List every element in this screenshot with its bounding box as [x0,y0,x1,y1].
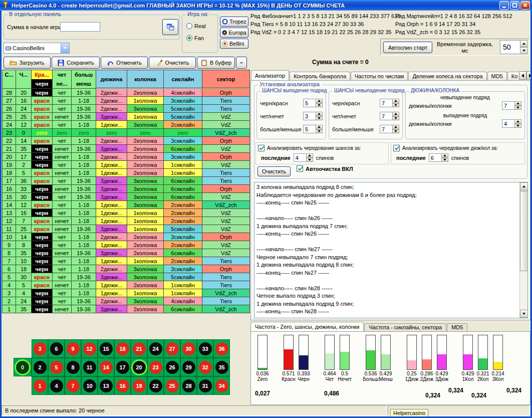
chance-1-spin-2-up-icon[interactable] [392,125,399,129]
results-row-6[interactable]: 618чернчет1-182дюжи...3колонка3сиклайнOr… [3,265,250,273]
delay-down-icon[interactable] [520,47,527,54]
dozen-spin-0-down-icon[interactable] [514,106,521,110]
alt-1-spin-up-icon[interactable] [441,153,448,158]
board-cell-0[interactable]: 0 [14,358,32,376]
results-row-12[interactable]: 127красннечет1-181дюжи...1колонка2сиклай… [3,217,250,225]
board-cell-30[interactable]: 30 [180,339,197,358]
results-row-14[interactable]: 1412краснчет1-181дюжи...3колонка2сиклайн… [3,201,250,209]
tropez-button[interactable]: Tropez [220,17,248,27]
clear-button[interactable]: Очистить [149,57,196,69]
board-cell-11[interactable]: 11 [81,358,98,376]
board-cell-10[interactable]: 10 [81,376,98,395]
board-cell-3[interactable]: 3 [32,339,48,358]
board-cell-33[interactable]: 33 [197,339,213,358]
chance-0-spin-2-down-icon[interactable] [316,129,323,134]
analyzer-log[interactable]: 3 колонка невыпадала подряд 8 спин; Набл… [254,182,528,318]
board-cell-31[interactable]: 31 [197,376,213,395]
results-row-4[interactable]: 45красннечет1-181дюжи...2колонка1сиклайн… [3,281,250,289]
results-row-18[interactable]: 185красннечет1-181дюжи...2колонка1сиклай… [3,169,250,177]
alt-1-spin-down-icon[interactable] [441,158,448,162]
board-cell-32[interactable]: 32 [197,358,213,376]
board-cell-19[interactable]: 19 [131,376,147,395]
main-tab-3[interactable]: Деление колеса на сектора [408,72,486,80]
results-row-22[interactable]: 2214краснчет1-182дюжи...2колонка3сиклайн… [3,137,250,145]
chance-0-spin-0-up-icon[interactable] [316,99,323,103]
radio-fan[interactable]: Fan [186,35,204,41]
autospin-start-button[interactable]: Автоспин старт [383,42,432,53]
autoclear-checkbox[interactable] [297,165,303,172]
alt-1-spin-value[interactable] [429,153,442,162]
dozen-spin-0-up-icon[interactable] [514,101,521,106]
results-row-28[interactable]: 2820чернчет19-362дюжи...2колонка4сиклайн… [3,89,250,97]
board-cell-9[interactable]: 9 [65,339,81,358]
europa-button[interactable]: Europa [220,28,248,38]
maximize-button[interactable] [510,1,519,10]
results-row-24[interactable]: 2412краснчет1-181дюжи...3колонка2сиклайн… [3,121,250,129]
main-tab-2[interactable]: Частоты по числам [351,72,408,80]
chance-1-spin-1-down-icon[interactable] [392,116,399,121]
separate-panel-button[interactable] [162,19,178,35]
board-cell-26[interactable]: 26 [164,358,180,376]
chance-1-spin-0-value[interactable] [380,99,393,107]
tab-scroll-right-button[interactable] [526,71,530,80]
chance-0-spin-2-value[interactable] [303,125,316,133]
chance-0-spin-1-value[interactable] [303,112,316,120]
delay-up-icon[interactable] [520,40,527,47]
board-cell-23[interactable]: 23 [147,358,164,376]
board-cell-1[interactable]: 1 [32,376,48,395]
chance-0-spin-1-up-icon[interactable] [316,112,323,116]
results-row-3[interactable]: 34чернчет1-181дюжи...1колонка1сиклайнVdZ… [3,289,250,297]
analyzer-clear-button[interactable]: Очистить [257,166,291,176]
alt-0-spin-up-icon[interactable] [306,153,313,158]
board-cell-35[interactable]: 35 [213,358,230,376]
scrollbar-down-button[interactable] [520,310,528,318]
tab-scroll-left-button[interactable] [519,71,526,80]
board-cell-22[interactable]: 22 [147,376,164,395]
results-row-8[interactable]: 835черннечет19-363дюжи...2колонка6сиклай… [3,249,250,257]
board-cell-21[interactable]: 21 [131,339,147,358]
dozen-spin-1-down-icon[interactable] [514,124,521,128]
freq-tab-1[interactable]: Частота - сиклайны, сектора [364,323,446,331]
board-cell-20[interactable]: 20 [131,358,147,376]
board-cell-29[interactable]: 29 [180,358,197,376]
board-cell-16[interactable]: 16 [114,376,131,395]
results-row-13[interactable]: 1316чернчет1-181дюжи...1колонка2сиклайнV… [3,209,250,217]
results-row-9[interactable]: 98чернчет1-181дюжи...2колонка2сиклайнVdZ [3,241,250,249]
start-sum-input[interactable] [60,22,100,32]
dozen-spin-1-up-icon[interactable] [514,119,521,124]
alternate-chances-row[interactable]: Анализировать чередование шансов за: [256,143,388,151]
board-cell-27[interactable]: 27 [164,339,180,358]
main-tab-1[interactable]: Контроль банкролла [290,72,350,80]
save-button[interactable]: Сохранить [52,57,100,69]
chance-1-spin-2-value[interactable] [380,125,393,133]
board-cell-7[interactable]: 7 [65,376,81,395]
results-row-21[interactable]: 2135черннечет19-363дюжи...2колонка6сикла… [3,145,250,153]
main-tab-4[interactable]: MD5 [487,72,507,80]
scrollbar-up-button[interactable] [520,182,528,190]
chance-0-spin-1-down-icon[interactable] [316,116,323,121]
results-row-19[interactable]: 192чернчет1-181дюжи...2колонка1сиклайнVd… [3,161,250,169]
dozen-spin-1-value[interactable] [502,119,515,128]
board-cell-25[interactable]: 25 [164,376,180,395]
results-row-16[interactable]: 1633черннечет19-363дюжи...3колонка6сикла… [3,185,250,193]
results-row-1[interactable]: 135черннечет19-363дюжи...2колонка6сиклай… [3,305,250,313]
board-cell-15[interactable]: 15 [98,339,114,358]
board-cell-34[interactable]: 34 [213,376,230,395]
results-row-25[interactable]: 2525красннечет19-363дюжи...1колонка5сикл… [3,113,250,121]
autoclear-row[interactable]: Автоочистка ВКЛ [297,165,353,172]
results-row-23[interactable]: 230zerozerozerozerozerozeroVdZ_zch [3,129,250,137]
results-row-26[interactable]: 2624краснчет19-362дюжи...3колонка5сиклай… [3,105,250,113]
delay-input[interactable] [500,40,520,54]
dozen-spin-0-value[interactable] [502,101,515,110]
results-row-17[interactable]: 1736краснчет19-363дюжи...3колонка6сиклай… [3,177,250,185]
results-row-27[interactable]: 2716краснчет1-182дюжи...1колонка3сиклайн… [3,97,250,105]
board-cell-2[interactable]: 2 [32,358,48,376]
board-cell-13[interactable]: 13 [98,376,114,395]
board-cell-8[interactable]: 8 [65,358,81,376]
radio-real[interactable]: Real [186,23,206,29]
board-cell-5[interactable]: 5 [48,358,65,376]
results-row-11[interactable]: 1125красннечет19-363дюжи...1колонка5сикл… [3,225,250,233]
board-cell-12[interactable]: 12 [81,339,98,358]
chance-1-spin-0-down-icon[interactable] [392,103,399,108]
alt-0-spin-down-icon[interactable] [306,158,313,162]
